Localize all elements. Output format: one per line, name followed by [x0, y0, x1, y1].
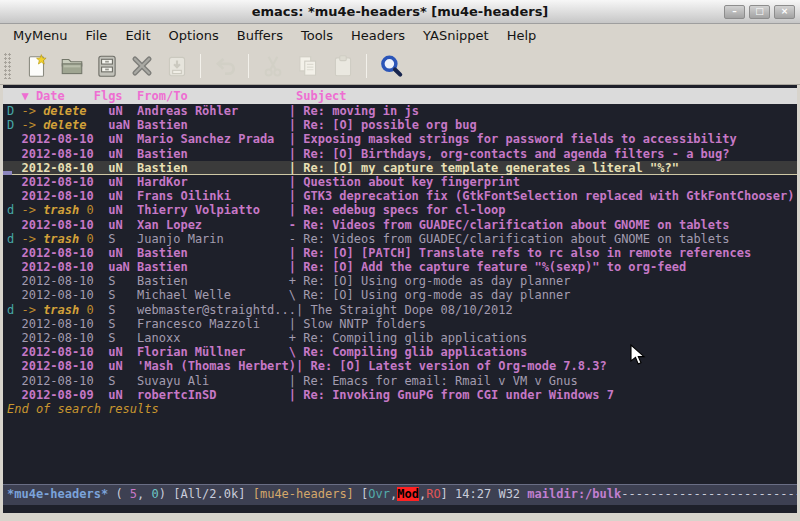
message-row[interactable]: 2012-08-10 S Bastien + Re: [O] Using org…: [3, 274, 797, 288]
paste-button[interactable]: [325, 50, 360, 82]
copy-icon: [295, 53, 321, 79]
message-row[interactable]: 2012-08-10 uN Xan Lopez - Re: Videos fro…: [3, 218, 797, 232]
modeline-segment: Ovr: [368, 487, 390, 501]
message-row[interactable]: D -> delete uaN Bastien | Re: [O] possib…: [3, 118, 797, 132]
minimize-button[interactable]: –: [724, 5, 745, 19]
message-row[interactable]: 2012-08-10 S Francesco Mazzoli | Slow NN…: [3, 317, 797, 331]
maximize-button[interactable]: □: [749, 5, 770, 19]
window-controls: – □ ×: [724, 5, 800, 19]
message-row[interactable]: 2012-08-10 uN 'Mash (Thomas Herbert)| Re…: [3, 359, 797, 373]
cut-button[interactable]: [255, 50, 290, 82]
menu-help[interactable]: Help: [498, 26, 546, 45]
menu-file[interactable]: File: [77, 26, 117, 45]
modeline-segment: [mu4e-headers]: [253, 487, 354, 501]
modeline-segment: 14:27 W32: [455, 487, 527, 501]
mu4e-headers-buffer: ▼ Date Flgs From/To Subject D -> delete …: [3, 85, 797, 513]
new-file-button[interactable]: [19, 50, 54, 82]
undo-button[interactable]: [207, 50, 242, 82]
open-folder-button[interactable]: [54, 50, 89, 82]
message-row[interactable]: 2012-08-10 uN Bastien | Re: [O] my captu…: [3, 161, 797, 175]
menu-mymenu[interactable]: MyMenu: [4, 26, 77, 45]
message-row[interactable]: 2012-08-10 S Michael Welle \ Re: [O] Usi…: [3, 288, 797, 302]
message-row[interactable]: 2012-08-10 uN Bastien | Re: [O] [PATCH] …: [3, 246, 797, 260]
title-bar[interactable]: emacs: *mu4e-headers* [mu4e-headers] – □…: [0, 0, 800, 24]
menu-tools[interactable]: Tools: [292, 26, 342, 45]
save-as-button[interactable]: [159, 50, 194, 82]
toolbar-separator: [200, 54, 201, 78]
mode-line[interactable]: *mu4e-headers* ( 5, 0) [All/2.0k] [mu4e-…: [3, 484, 797, 505]
message-row[interactable]: 2012-08-10 uN Florian Müllner \ Re: Comp…: [3, 345, 797, 359]
message-row[interactable]: 2012-08-10 uN Bastien | Re: [O] Birthday…: [3, 147, 797, 161]
message-row[interactable]: d -> trash 0 S Juanjo Marin - Re: Videos…: [3, 232, 797, 246]
menu-edit[interactable]: Edit: [116, 26, 159, 45]
modeline-segment: ,: [137, 487, 151, 501]
message-list: D -> delete uN Andreas Röhler | Re: movi…: [3, 104, 797, 402]
modeline-segment: RO: [426, 487, 440, 501]
menu-options[interactable]: Options: [160, 26, 228, 45]
message-row[interactable]: D -> delete uN Andreas Röhler | Re: movi…: [3, 104, 797, 118]
modeline-segment: maildir:/bulk: [527, 487, 621, 501]
menu-headers[interactable]: Headers: [342, 26, 414, 45]
modeline-segment: [: [354, 487, 368, 501]
headers-column-header: ▼ Date Flgs From/To Subject: [3, 88, 797, 104]
close-button[interactable]: [124, 50, 159, 82]
emacs-window: emacs: *mu4e-headers* [mu4e-headers] – □…: [0, 0, 800, 521]
menu-yasnippet[interactable]: YASnippet: [414, 26, 498, 45]
message-row[interactable]: 2012-08-10 S Suvayu Ali | Re: Emacs for …: [3, 374, 797, 388]
message-row[interactable]: 2012-08-10 uaN Bastien | Re: [O] Add the…: [3, 260, 797, 274]
modeline-segment: (: [108, 487, 130, 501]
modeline-segment: ]: [441, 487, 455, 501]
end-of-search-results: End of search results: [3, 402, 797, 416]
toolbar-separator: [248, 54, 249, 78]
modeline-segment: *mu4e-headers*: [7, 487, 108, 501]
menu-bar: MyMenuFileEditOptionsBuffersToolsHeaders…: [0, 24, 800, 47]
close-icon: [129, 53, 155, 79]
save-icon: [94, 53, 120, 79]
new-file-icon: [24, 53, 50, 79]
save-button[interactable]: [89, 50, 124, 82]
modeline-segment: [All/2.0k]: [173, 487, 252, 501]
modeline-segment: 0: [152, 487, 159, 501]
modeline-segment: Mod: [397, 487, 419, 501]
modeline-segment: 5: [130, 487, 137, 501]
toolbar-grip-handle[interactable]: [4, 53, 12, 79]
message-row[interactable]: d -> trash 0 S webmaster@straightd...| T…: [3, 303, 797, 317]
message-row[interactable]: 2012-08-10 uN Mario Sanchez Prada | Expo…: [3, 132, 797, 146]
open-folder-icon: [59, 53, 85, 79]
search-button[interactable]: [373, 50, 408, 82]
menu-buffers[interactable]: Buffers: [228, 26, 292, 45]
search-icon: [378, 53, 404, 79]
message-row[interactable]: 2012-08-10 uN HardKor | Question about k…: [3, 175, 797, 189]
save-as-icon: [164, 53, 190, 79]
echo-area[interactable]: [3, 505, 797, 513]
copy-button[interactable]: [290, 50, 325, 82]
message-row[interactable]: 2012-08-10 S Lanoxx + Re: Compiling glib…: [3, 331, 797, 345]
close-button[interactable]: ×: [774, 5, 795, 19]
window-title: emacs: *mu4e-headers* [mu4e-headers]: [0, 4, 800, 19]
message-row[interactable]: d -> trash 0 uN Thierry Volpiatto | Re: …: [3, 203, 797, 217]
cut-icon: [260, 53, 286, 79]
modeline-segment: ----------------------------------------…: [621, 487, 797, 501]
paste-icon: [330, 53, 356, 79]
message-row[interactable]: 2012-08-09 uN robertcInSD | Re: Invoking…: [3, 388, 797, 402]
toolbar: [0, 47, 800, 85]
message-row[interactable]: 2012-08-10 uN Frans Oilinki | GTK3 depre…: [3, 189, 797, 203]
undo-icon: [212, 53, 238, 79]
toolbar-separator: [366, 54, 367, 78]
modeline-segment: ): [159, 487, 173, 501]
